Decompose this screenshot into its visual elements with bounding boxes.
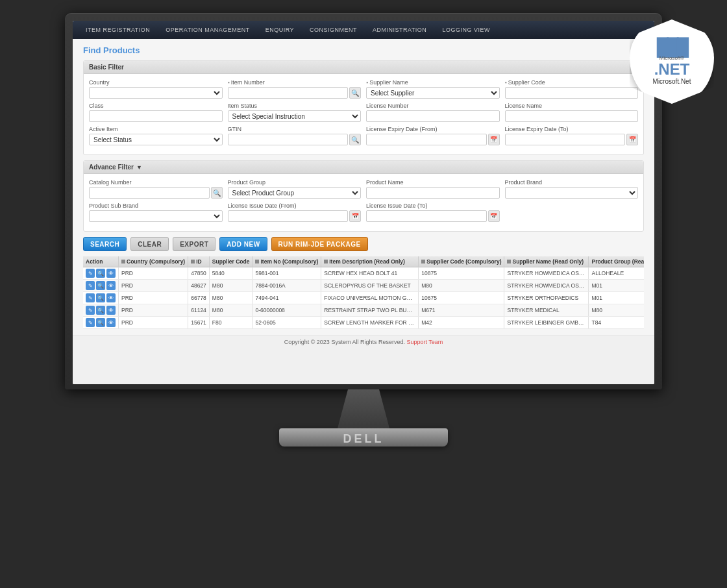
product-group-label: Product Group: [228, 179, 362, 186]
cell-prod-group: T84: [589, 317, 644, 329]
license-expiry-from-calendar-btn[interactable]: 📅: [488, 134, 500, 145]
monitor-wrapper: ███ Microsoft® .NET Microsoft.Net ITEM R…: [0, 0, 727, 588]
license-expiry-to-label: License Expiry Date (To): [505, 126, 639, 132]
catalog-number-input[interactable]: [89, 187, 210, 199]
supplier-code-input[interactable]: [505, 87, 639, 99]
table-header-row: Action Country (Compulsory) ID Supplier …: [83, 256, 644, 267]
gtin-input[interactable]: [228, 134, 349, 145]
catalog-number-search-btn[interactable]: 🔍: [211, 187, 223, 199]
view-icon[interactable]: 🔍: [96, 269, 105, 278]
class-input[interactable]: [89, 110, 223, 122]
clear-button[interactable]: CLEAR: [130, 237, 169, 251]
add-new-button[interactable]: ADD NEW: [219, 237, 267, 251]
cell-prod-group: M01: [589, 280, 644, 292]
delete-icon[interactable]: 👁: [106, 318, 116, 327]
cell-sup-code: F80: [209, 317, 253, 329]
active-item-select[interactable]: Select Status: [89, 134, 223, 145]
product-sub-brand-select[interactable]: [89, 210, 223, 222]
table-row: ✎ 🔍 👁 PRD 66778 M80 7494-041 FIXACO UNIV…: [83, 292, 644, 304]
gtin-search-btn[interactable]: 🔍: [349, 134, 361, 145]
edit-icon[interactable]: ✎: [86, 269, 95, 278]
placeholder-group: [505, 202, 639, 222]
edit-icon[interactable]: ✎: [86, 306, 95, 315]
run-rim-button[interactable]: RUN RIM-JDE PACKAGE: [271, 237, 368, 251]
col-country: Country (Compulsory): [119, 256, 188, 267]
cell-sup-name: STRYKER ORTHOPAEDICS: [504, 292, 589, 304]
item-number-label: Item Number: [228, 79, 362, 86]
cell-action: ✎ 🔍 👁: [83, 317, 119, 329]
nav-item-consignment[interactable]: CONSIGNMENT: [303, 24, 364, 36]
table-row: ✎ 🔍 👁 PRD 47850 5840 5981-001 SCREW HEX …: [83, 267, 644, 280]
table-header: Action Country (Compulsory) ID Supplier …: [83, 256, 644, 267]
license-expiry-from-input[interactable]: [366, 134, 487, 145]
view-icon[interactable]: 🔍: [96, 306, 105, 315]
license-name-input[interactable]: [505, 110, 639, 122]
license-issue-from-calendar-btn[interactable]: 📅: [349, 210, 361, 222]
cell-id: 47850: [188, 267, 210, 280]
advance-filter-row-2: Product Sub Brand License Issue Date (Fr…: [89, 202, 638, 222]
basic-filter-header: Basic Filter: [84, 61, 643, 74]
cell-id: 15671: [188, 317, 210, 329]
item-number-search-btn[interactable]: 🔍: [349, 87, 361, 99]
export-button[interactable]: EXPORT: [173, 237, 216, 251]
product-brand-label: Product Brand: [505, 179, 639, 186]
search-button[interactable]: SEARCH: [83, 237, 127, 251]
supplier-name-select[interactable]: Select Supplier: [366, 87, 500, 99]
product-name-input[interactable]: [366, 187, 500, 199]
license-issue-to-label: License Issue Date (To): [366, 202, 500, 209]
cell-item-no: 52-0605: [253, 317, 321, 329]
license-expiry-to-calendar-btn[interactable]: 📅: [626, 134, 638, 145]
cell-id: 48627: [188, 280, 210, 292]
active-item-group: Active Item Select Status: [89, 126, 223, 145]
delete-icon[interactable]: 👁: [106, 281, 116, 290]
cell-sup-code: M80: [209, 292, 253, 304]
license-expiry-to-input[interactable]: [505, 134, 626, 145]
cell-sup-code2: 10875: [419, 267, 504, 280]
nav-item-registration[interactable]: ITEM REGISTRATION: [79, 24, 156, 36]
cell-sup-code: 5840: [209, 267, 253, 280]
footer: Copyright © 2023 System All Rights Reser…: [73, 336, 654, 348]
license-issue-to-calendar-btn[interactable]: 📅: [488, 210, 500, 222]
footer-copyright: Copyright © 2023 System All Rights Reser…: [284, 339, 407, 345]
edit-icon[interactable]: ✎: [86, 318, 95, 327]
catalog-number-group: Catalog Number 🔍: [89, 179, 223, 199]
delete-icon[interactable]: 👁: [106, 306, 116, 315]
active-item-label: Active Item: [89, 126, 223, 132]
advance-filter-header[interactable]: Advance Filter ▼: [84, 161, 643, 174]
country-select[interactable]: [89, 87, 223, 99]
license-expiry-from-group: License Expiry Date (From) 📅: [366, 126, 500, 145]
nav-item-operation[interactable]: OPERATION MANAGEMENT: [159, 24, 256, 36]
product-brand-select[interactable]: [505, 187, 639, 199]
view-icon[interactable]: 🔍: [96, 318, 105, 327]
col-id: ID: [188, 256, 210, 267]
item-status-select[interactable]: Select Special Instruction: [228, 110, 362, 122]
delete-icon[interactable]: 👁: [106, 293, 116, 302]
nav-item-enquiry[interactable]: ENQUIRY: [259, 24, 301, 36]
item-number-input[interactable]: [228, 87, 349, 99]
cell-item-no: 7494-041: [253, 292, 321, 304]
product-name-label: Product Name: [366, 179, 500, 186]
license-name-group: License Name: [505, 103, 639, 122]
product-group-select[interactable]: Select Product Group: [228, 187, 362, 199]
top-navigation: ITEM REGISTRATION OPERATION MANAGEMENT E…: [73, 21, 654, 39]
edit-icon[interactable]: ✎: [86, 293, 95, 302]
license-issue-to-input[interactable]: [366, 210, 487, 222]
footer-support-link[interactable]: Support Team: [406, 339, 443, 345]
monitor-bezel: ITEM REGISTRATION OPERATION MANAGEMENT E…: [65, 13, 662, 389]
cell-description: SCLEROPYRUS OF THE BASKET: [321, 280, 419, 292]
cell-id: 66778: [188, 292, 210, 304]
view-icon[interactable]: 🔍: [96, 281, 105, 290]
filter-row-1: Country Item Number 🔍: [89, 79, 638, 99]
delete-icon[interactable]: 👁: [106, 269, 116, 278]
view-icon[interactable]: 🔍: [96, 293, 105, 302]
cell-description: SCREW LENGTH MARKER FOR SNMB: [321, 317, 419, 329]
cell-action: ✎ 🔍 👁: [83, 267, 119, 280]
supplier-code-group: Supplier Code: [505, 79, 639, 99]
license-number-input[interactable]: [366, 110, 500, 122]
edit-icon[interactable]: ✎: [86, 281, 95, 290]
license-issue-from-input[interactable]: [228, 210, 349, 222]
catalog-number-label: Catalog Number: [89, 179, 223, 186]
nav-item-logging[interactable]: LOGGING VIEW: [436, 24, 497, 36]
nav-item-administration[interactable]: ADMINISTRATION: [366, 24, 433, 36]
license-number-group: License Number: [366, 103, 500, 122]
